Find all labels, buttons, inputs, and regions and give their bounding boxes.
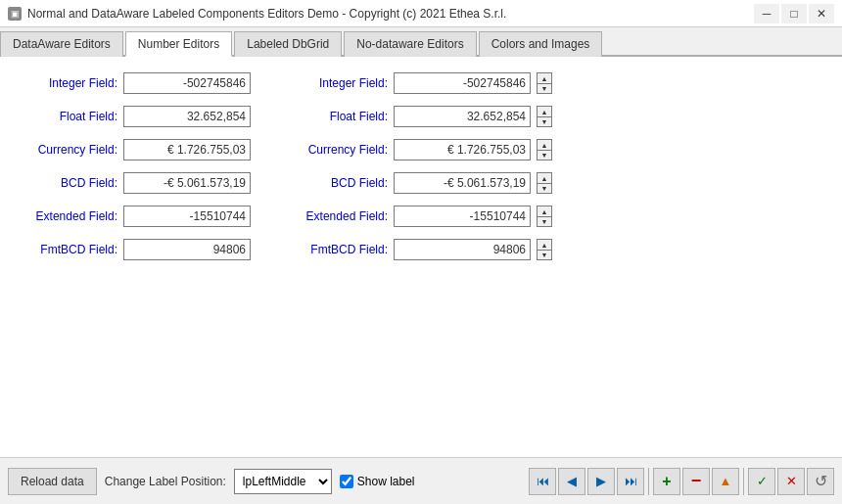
label-fmtbcd-spinner: FmtBCD Field: [290,243,388,256]
spinner-fmtbcd-down[interactable]: ▼ [537,250,552,260]
input-integer-spinner[interactable] [394,72,531,94]
row-integer-plain: Integer Field: [20,72,251,94]
nav-add-button[interactable]: + [653,468,680,495]
label-currency-plain: Currency Field: [20,143,117,157]
row-fmtbcd-plain: FmtBCD Field: [20,239,251,260]
nav-separator-1 [648,468,649,495]
spinner-float: ▲ ▼ [537,106,552,127]
spinner-bcd-up[interactable]: ▲ [537,172,552,183]
show-label-checkbox[interactable] [340,475,353,488]
title-bar: ▣ Normal and DataAware Labeled Component… [0,0,842,27]
label-float-plain: Float Field: [20,110,117,123]
content-area: Integer Field: Float Field: Currency Fie… [0,57,842,457]
tab-dataaware-editors[interactable]: DataAware Editors [0,31,123,57]
row-currency-plain: Currency Field: [20,139,251,160]
bottom-bar: Reload data Change Label Position: lpLef… [0,457,842,504]
minimize-button[interactable]: ─ [754,4,779,23]
row-integer-spinner: Integer Field: ▲ ▼ [290,72,552,94]
label-bcd-plain: BCD Field: [20,176,117,190]
row-fmtbcd-spinner: FmtBCD Field: ▲ ▼ [290,239,552,260]
row-extended-plain: Extended Field: [20,206,251,227]
tab-number-editors[interactable]: Number Editors [125,31,232,57]
label-currency-spinner: Currency Field: [290,143,388,157]
tab-colors-and-images[interactable]: Colors and Images [479,31,603,57]
row-extended-spinner: Extended Field: ▲ ▼ [290,206,552,227]
input-bcd-spinner[interactable] [394,172,531,194]
spinner-extended-up[interactable]: ▲ [537,206,552,216]
input-bcd-plain[interactable] [123,172,251,194]
input-float-spinner[interactable] [394,106,531,127]
tabs-bar: DataAware Editors Number Editors Labeled… [0,27,842,57]
label-extended-plain: Extended Field: [20,209,117,223]
row-bcd-plain: BCD Field: [20,172,251,194]
nav-cancel-button[interactable]: ✕ [777,468,805,495]
spinner-extended-down[interactable]: ▼ [537,216,552,227]
row-bcd-spinner: BCD Field: ▲ ▼ [290,172,552,194]
spinner-fmtbcd: ▲ ▼ [537,239,552,260]
window-controls: ─ □ ✕ [754,4,834,23]
reload-button[interactable]: Reload data [8,468,97,495]
nav-separator-2 [743,468,744,495]
spinner-float-up[interactable]: ▲ [537,106,552,116]
spinner-bcd-down[interactable]: ▼ [537,183,552,194]
nav-check-button[interactable]: ✓ [748,468,775,495]
label-position-select[interactable]: lpLeftMiddle lpTopLeft lpTopCenter lpTop… [234,469,332,494]
label-fmtbcd-plain: FmtBCD Field: [20,243,117,256]
nav-next-button[interactable]: ▶ [587,468,615,495]
input-fmtbcd-plain[interactable] [123,239,251,260]
spinner-fmtbcd-up[interactable]: ▲ [537,239,552,250]
spinner-currency-up[interactable]: ▲ [537,139,552,150]
column-spinner: Integer Field: ▲ ▼ Float Field: ▲ ▼ Curr… [290,72,552,260]
nav-last-button[interactable]: ⏭ [617,468,644,495]
spinner-currency-down[interactable]: ▼ [537,150,552,160]
window-title: Normal and DataAware Labeled Components … [27,7,506,21]
tab-labeled-dbgrid[interactable]: Labeled DbGrid [234,31,342,57]
input-currency-spinner[interactable] [394,139,531,160]
row-float-plain: Float Field: [20,106,251,127]
label-integer-plain: Integer Field: [20,76,117,90]
nav-delete-button[interactable]: − [682,468,710,495]
input-integer-plain[interactable] [123,72,251,94]
maximize-button[interactable]: □ [781,4,807,23]
spinner-bcd: ▲ ▼ [537,172,552,194]
spinner-integer: ▲ ▼ [537,72,552,94]
fields-container: Integer Field: Float Field: Currency Fie… [20,72,822,260]
label-extended-spinner: Extended Field: [290,209,388,223]
spinner-integer-up[interactable]: ▲ [537,72,552,83]
spinner-currency: ▲ ▼ [537,139,552,160]
row-currency-spinner: Currency Field: ▲ ▼ [290,139,552,160]
label-integer-spinner: Integer Field: [290,76,388,90]
label-float-spinner: Float Field: [290,110,388,123]
input-fmtbcd-spinner[interactable] [394,239,531,260]
row-float-spinner: Float Field: ▲ ▼ [290,106,552,127]
tab-no-dataware-editors[interactable]: No-dataware Editors [344,31,476,57]
input-extended-spinner[interactable] [394,206,531,227]
nav-prev-button[interactable]: ◀ [558,468,585,495]
close-button[interactable]: ✕ [809,4,834,23]
input-float-plain[interactable] [123,106,251,127]
label-position-label: Change Label Position: [105,475,226,488]
column-plain: Integer Field: Float Field: Currency Fie… [20,72,251,260]
nav-refresh-button[interactable]: ↺ [807,468,834,495]
spinner-float-down[interactable]: ▼ [537,116,552,127]
show-label-text: Show label [357,475,415,488]
nav-buttons: ⏮ ◀ ▶ ⏭ + − ▲ ✓ ✕ ↺ [529,468,834,495]
spinner-integer-down[interactable]: ▼ [537,83,552,94]
nav-up-button[interactable]: ▲ [712,468,739,495]
spinner-extended: ▲ ▼ [537,206,552,227]
app-icon: ▣ [8,7,22,21]
label-bcd-spinner: BCD Field: [290,176,388,190]
input-extended-plain[interactable] [123,206,251,227]
nav-first-button[interactable]: ⏮ [529,468,556,495]
show-label-group: Show label [340,475,415,488]
input-currency-plain[interactable] [123,139,251,160]
